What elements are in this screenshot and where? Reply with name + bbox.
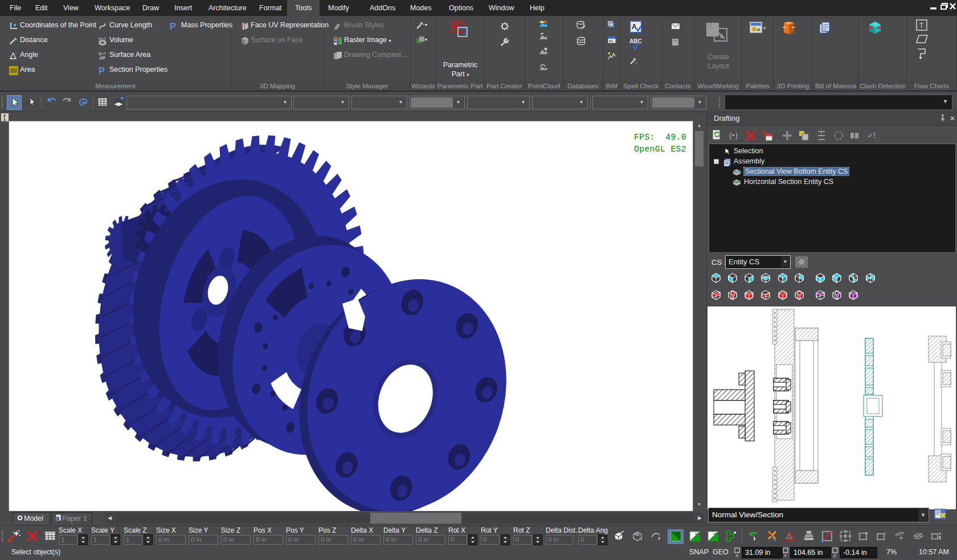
svg-text:✓!: ✓! [868,132,876,140]
svg-text:P: P [99,66,105,75]
svg-text:%: % [635,532,639,537]
svg-text:ABC: ABC [629,38,642,44]
svg-text:A: A [632,23,637,31]
svg-text:{‣}: {‣} [729,132,738,140]
svg-text:s:1: s:1 [11,69,17,73]
svg-text:▾: ▾ [763,26,766,31]
svg-text:Z: Z [833,553,836,558]
svg-text:X: X [735,553,739,558]
svg-text:?: ? [15,37,18,42]
svg-text:P: P [170,22,176,31]
svg-text:WP: WP [713,532,719,536]
svg-text:Y: Y [784,553,787,558]
svg-text:WP: WP [695,532,701,536]
svg-text:?: ? [14,52,17,57]
svg-text:S=?: S=? [99,52,106,56]
svg-text:4: 4 [884,531,886,536]
svg-text:T: T [919,22,924,30]
